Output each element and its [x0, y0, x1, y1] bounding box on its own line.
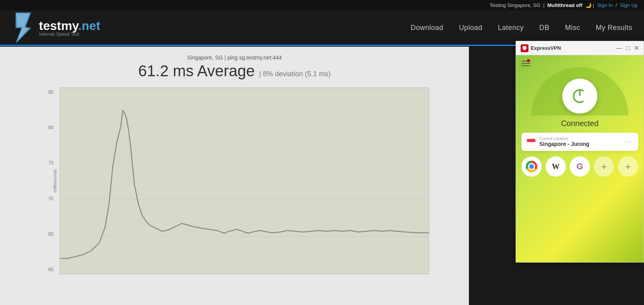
- vpn-maximize-button[interactable]: □: [626, 45, 630, 51]
- nav-my-results[interactable]: My Results: [596, 24, 632, 32]
- main-nav: Download Upload Latency DB Misc My Resul…: [411, 24, 632, 32]
- shortcut-add-1[interactable]: +: [594, 156, 614, 177]
- vpn-power-button[interactable]: [562, 79, 597, 114]
- vpn-title: ExpressVPN: [531, 45, 561, 51]
- logo-area: testmy.net Internet Speed Test: [12, 11, 100, 46]
- vpn-close-button[interactable]: ✕: [634, 45, 639, 51]
- chrome-icon: [526, 161, 537, 172]
- signin-link[interactable]: Sign In: [597, 2, 612, 8]
- top-bar: Testing Singapore, SG | Multithread off …: [0, 0, 644, 11]
- vpn-titlebar: ExpressVPN — □ ✕: [516, 41, 644, 55]
- vpn-connected-status: Connected: [561, 119, 599, 128]
- chart-subtitle: Singapore, SG | ping sg.testmy.net:444: [187, 54, 282, 61]
- testing-location: Testing Singapore, SG: [490, 2, 540, 8]
- vpn-notification-dot: [527, 59, 530, 62]
- nav-upload[interactable]: Upload: [459, 24, 482, 32]
- add-icon-1: +: [601, 161, 607, 173]
- shortcut-chrome[interactable]: [521, 156, 542, 177]
- vpn-window-controls: — □ ✕: [616, 45, 639, 51]
- logo-text: testmy.net: [39, 19, 100, 33]
- multithread-toggle[interactable]: Multithread off: [547, 2, 583, 8]
- vpn-location-bar[interactable]: Current Location Singapore - Jurong ···: [521, 133, 638, 151]
- nav-db[interactable]: DB: [539, 24, 549, 32]
- vpn-shortcuts: W G + +: [521, 156, 638, 177]
- chart-area: [60, 88, 429, 274]
- shortcut-google[interactable]: G: [570, 156, 590, 177]
- chart-average: 61.2 ms Average | 8% deviation (5.1 ms): [138, 62, 330, 80]
- vpn-minimize-button[interactable]: —: [616, 45, 622, 51]
- nav-download[interactable]: Download: [411, 24, 443, 32]
- vpn-window: ExpressVPN — □ ✕ Connected: [516, 41, 644, 263]
- vpn-logo-icon: [521, 44, 528, 52]
- location-text: Current Location Singapore - Jurong: [539, 137, 621, 147]
- chart-container: 85 80 75 70 65 60 milliseconds: [40, 88, 429, 274]
- vpn-logo: ExpressVPN: [521, 44, 616, 52]
- singapore-flag-icon: [527, 139, 535, 145]
- google-icon: G: [576, 161, 583, 172]
- vpn-body: Connected Current Location Singapore - J…: [516, 55, 644, 262]
- main-content: Singapore, SG | ping sg.testmy.net:444 6…: [0, 47, 469, 305]
- signup-link[interactable]: Sign Up: [620, 2, 638, 8]
- shortcut-add-2[interactable]: +: [618, 156, 638, 177]
- nav-latency[interactable]: Latency: [498, 24, 524, 32]
- svg-rect-9: [579, 90, 581, 96]
- y-axis-title: milliseconds: [52, 169, 57, 193]
- wikipedia-icon: W: [552, 162, 560, 171]
- location-more-button[interactable]: ···: [625, 138, 633, 146]
- shortcut-wikipedia[interactable]: W: [546, 156, 566, 177]
- nav-misc[interactable]: Misc: [565, 24, 580, 32]
- location-name: Singapore - Jurong: [539, 141, 621, 147]
- add-icon-2: +: [625, 161, 631, 173]
- current-location-label: Current Location: [539, 137, 621, 141]
- logo-icon: [12, 11, 35, 46]
